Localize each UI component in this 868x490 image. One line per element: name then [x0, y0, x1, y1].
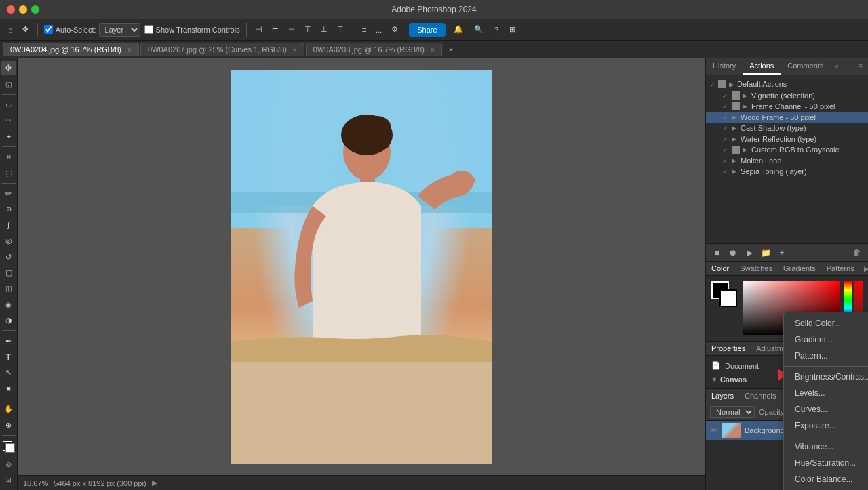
panel-close-button[interactable]: ×	[831, 60, 843, 73]
rectangular-marquee-tool[interactable]: ▭	[1, 98, 16, 112]
transform-checkbox[interactable]	[144, 25, 153, 34]
settings-button[interactable]: ⚙	[389, 24, 401, 35]
distribute-button[interactable]: ≡	[359, 24, 369, 35]
doc-tab-close-2[interactable]: ×	[431, 46, 435, 54]
doc-tab-close-0[interactable]: ×	[127, 46, 132, 54]
tab-layers[interactable]: Layers	[706, 389, 739, 403]
dropdown-color-balance[interactable]: Color Balance...	[784, 471, 868, 487]
type-tool[interactable]: T	[1, 350, 16, 364]
action-item-vignette[interactable]: ✓ ▶ Vignette (selection)	[706, 90, 868, 101]
dropdown-levels[interactable]: Levels...	[784, 385, 868, 401]
blur-tool[interactable]: ◉	[1, 298, 16, 312]
tab-history[interactable]: History	[706, 58, 743, 75]
help-button[interactable]: ?	[492, 24, 501, 35]
spot-healing-tool[interactable]: ⊕	[1, 202, 16, 216]
action-item-water[interactable]: ✓ ▶ Water Reflection (type)	[706, 134, 868, 144]
dropdown-vibrance[interactable]: Vibrance...	[784, 438, 868, 455]
tab-channels[interactable]: Channels	[739, 389, 781, 403]
tab-properties[interactable]: Properties	[706, 342, 751, 355]
frame-tool[interactable]: ⬚	[1, 165, 16, 180]
action-group-default[interactable]: ✓ ▶ Default Actions	[706, 78, 868, 90]
notification-button[interactable]: 🔔	[451, 24, 466, 35]
maximize-button[interactable]	[31, 5, 39, 14]
screen-mode-button[interactable]: ⊡	[1, 473, 16, 487]
move-tool-button[interactable]: ✥	[20, 24, 31, 35]
dodge-tool[interactable]: ◑	[1, 313, 16, 327]
align-bottom-button[interactable]: ⊤	[334, 24, 347, 35]
align-center-v-button[interactable]: ⊥	[318, 24, 330, 35]
close-all-tabs-button[interactable]: ×	[446, 44, 456, 55]
action-item-molten[interactable]: ✓ ▶ Molten Lead	[706, 155, 868, 166]
color-panel-menu[interactable]: ▶	[860, 262, 868, 275]
blend-mode-select[interactable]: Normal	[710, 406, 755, 418]
crop-tool[interactable]: ⌗	[1, 150, 16, 164]
more-options-button[interactable]: ...	[373, 24, 384, 35]
record-button[interactable]: ⏺	[726, 246, 740, 260]
align-right-button[interactable]: ⊣	[285, 24, 298, 35]
path-selection-tool[interactable]: ↖	[1, 365, 16, 380]
gradient-tool[interactable]: ◫	[1, 281, 16, 295]
doc-tab-2[interactable]: 0W0A0208.jpg @ 16.7% (RGB/8) ×	[306, 43, 442, 56]
dropdown-pattern[interactable]: Pattern...	[784, 348, 868, 364]
stop-button[interactable]: ■	[710, 246, 724, 260]
dropdown-curves[interactable]: Curves...	[784, 401, 868, 417]
brush-tool[interactable]: ∫	[1, 218, 16, 232]
tab-color[interactable]: Color	[706, 262, 734, 275]
background-swatch[interactable]	[719, 289, 737, 307]
shape-tool[interactable]: ■	[1, 382, 16, 396]
clone-stamp-tool[interactable]: ◎	[1, 234, 16, 248]
zoom-tool[interactable]: ⊕	[1, 417, 16, 432]
panel-menu-icon[interactable]: ≡	[852, 59, 868, 74]
workspace-button[interactable]: ⊞	[507, 24, 518, 35]
eraser-tool[interactable]: ▢	[1, 266, 16, 280]
tab-comments[interactable]: Comments	[781, 58, 830, 75]
delete-action-button[interactable]: 🗑	[850, 246, 864, 260]
action-item-sepia[interactable]: ✓ ▶ Sepia Toning (layer)	[706, 166, 868, 177]
auto-select-dropdown[interactable]: Layer Group	[99, 23, 140, 37]
doc-tab-close-1[interactable]: ×	[293, 46, 297, 54]
play-button[interactable]: ▶	[743, 246, 756, 260]
quick-select-tool[interactable]: ✦	[1, 129, 16, 144]
dropdown-bw[interactable]: Black & White...	[784, 487, 868, 490]
tab-gradients[interactable]: Gradients	[778, 262, 821, 275]
action-item-frame[interactable]: ✓ ▶ Frame Channel - 50 pixel	[706, 101, 868, 112]
dropdown-hue-sat[interactable]: Hue/Saturation...	[784, 455, 868, 471]
align-top-button[interactable]: ⊤	[302, 24, 314, 35]
edit-quick-mask[interactable]: ◎	[1, 457, 16, 471]
dropdown-gradient[interactable]: Gradient...	[784, 331, 868, 348]
background-color[interactable]	[5, 443, 15, 453]
action-item-custom-rgb[interactable]: ✓ ▶ Custom RGB to Grayscale	[706, 144, 868, 155]
action-item-wood[interactable]: ✓ ▶ Wood Frame - 50 pixel	[706, 112, 868, 123]
dropdown-solid-color[interactable]: Solid Color...	[784, 315, 868, 331]
canvas-content[interactable]	[18, 58, 705, 475]
tab-swatches[interactable]: Swatches	[734, 262, 778, 275]
artboard-tool[interactable]: ◱	[1, 77, 16, 91]
align-left-button[interactable]: ⊣	[253, 24, 265, 35]
minimize-button[interactable]	[19, 5, 27, 14]
dropdown-exposure[interactable]: Exposure...	[784, 417, 868, 434]
share-button[interactable]: Share	[409, 23, 445, 37]
history-brush-tool[interactable]: ↺	[1, 249, 16, 264]
pen-tool[interactable]: ✒	[1, 333, 16, 348]
lasso-tool[interactable]: ⌔	[1, 113, 16, 127]
tab-actions[interactable]: Actions	[743, 58, 781, 75]
actions-list: ✓ ▶ Default Actions ✓ ▶ Vignette (select…	[706, 75, 868, 243]
new-folder-button[interactable]: 📁	[759, 246, 772, 260]
auto-select-checkbox[interactable]	[44, 25, 53, 34]
dropdown-brightness[interactable]: Brightness/Contrast...	[784, 369, 868, 385]
move-tool[interactable]: ✥	[1, 61, 16, 75]
action-item-cast[interactable]: ✓ ▶ Cast Shadow (type)	[706, 123, 868, 134]
canvas-info-button[interactable]: ▶	[152, 478, 157, 487]
hand-tool[interactable]: ✋	[1, 402, 16, 416]
new-action-button[interactable]: +	[775, 246, 789, 260]
doc-tab-0[interactable]: 0W0A0204.jpg @ 16.7% (RGB/8) ×	[3, 43, 139, 56]
layer-eye-background[interactable]: 👁	[710, 426, 717, 434]
window-buttons[interactable]	[7, 5, 39, 14]
search-button[interactable]: 🔍	[471, 24, 486, 35]
tab-patterns[interactable]: Patterns	[821, 262, 860, 275]
align-center-h-button[interactable]: ⊢	[269, 24, 281, 35]
home-button[interactable]: ⌂	[5, 24, 16, 35]
doc-tab-1[interactable]: 0W0A0207.jpg @ 25% (Curves 1, RGB/8) ×	[140, 43, 304, 56]
close-button[interactable]	[7, 5, 15, 14]
eyedropper-tool[interactable]: ✏	[1, 186, 16, 201]
